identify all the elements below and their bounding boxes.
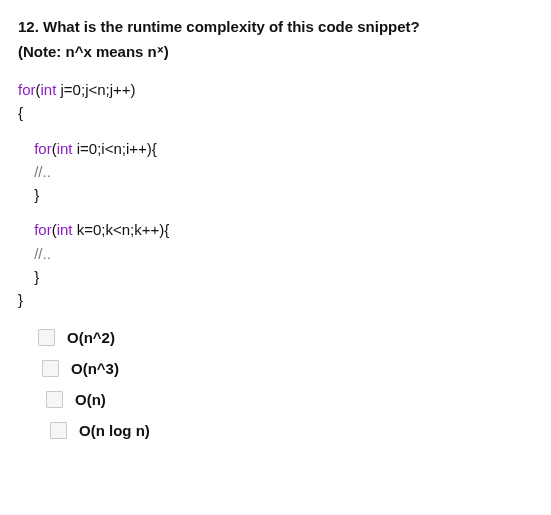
code-rest: j=0;j<n;j++) (56, 81, 135, 98)
keyword-for: for (34, 140, 52, 157)
comment: //.. (34, 245, 51, 262)
option-label: O(n) (75, 391, 106, 408)
options-list: O(n^2) O(n^3) O(n) O(n log n) (18, 329, 533, 439)
question-note: (Note: n^x means nˣ) (18, 41, 533, 62)
option-4[interactable]: O(n log n) (18, 422, 533, 439)
question-block: 12. What is the runtime complexity of th… (18, 16, 533, 62)
keyword-int: int (57, 140, 73, 157)
code-line-2: { (18, 101, 533, 124)
code-snippet: for(int j=0;j<n;j++) { for(int i=0;i<n;i… (18, 78, 533, 311)
keyword-int: int (57, 221, 73, 238)
code-line-1: for(int j=0;j<n;j++) (18, 78, 533, 101)
code-rest: i=0;i<n;i++){ (73, 140, 157, 157)
code-line-6: for(int k=0;k<n;k++){ (18, 218, 533, 241)
option-3[interactable]: O(n) (18, 391, 533, 408)
code-line-7: //.. (18, 242, 533, 265)
keyword-for: for (18, 81, 36, 98)
checkbox-icon[interactable] (42, 360, 59, 377)
keyword-int: int (41, 81, 57, 98)
code-line-3: for(int i=0;i<n;i++){ (18, 137, 533, 160)
question-title: 12. What is the runtime complexity of th… (18, 16, 533, 37)
option-label: O(n log n) (79, 422, 150, 439)
option-2[interactable]: O(n^3) (18, 360, 533, 377)
code-line-5: } (18, 183, 533, 206)
option-label: O(n^3) (71, 360, 119, 377)
code-line-9: } (18, 288, 533, 311)
comment: //.. (34, 163, 51, 180)
checkbox-icon[interactable] (50, 422, 67, 439)
checkbox-icon[interactable] (46, 391, 63, 408)
option-label: O(n^2) (67, 329, 115, 346)
keyword-for: for (34, 221, 52, 238)
code-rest: k=0;k<n;k++){ (73, 221, 170, 238)
code-line-4: //.. (18, 160, 533, 183)
checkbox-icon[interactable] (38, 329, 55, 346)
code-line-8: } (18, 265, 533, 288)
option-1[interactable]: O(n^2) (18, 329, 533, 346)
